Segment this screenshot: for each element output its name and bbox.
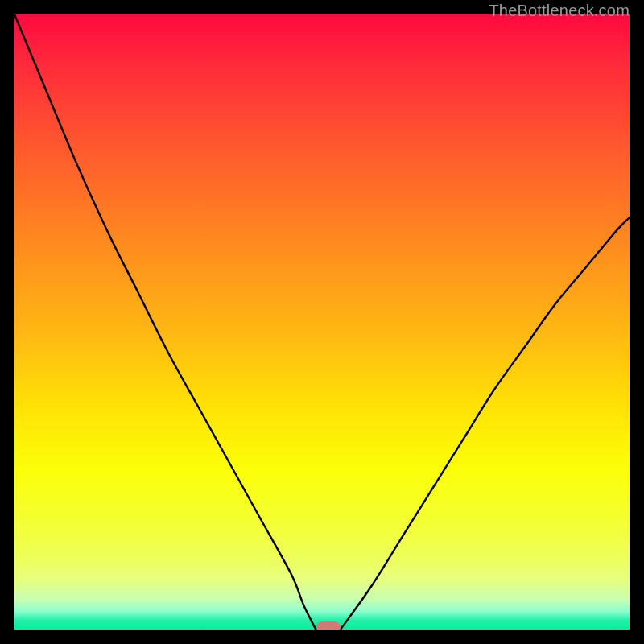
optimal-marker [316, 621, 341, 630]
watermark-text: TheBottleneck.com [489, 2, 630, 20]
plot-area [14, 14, 630, 630]
chart-container: TheBottleneck.com [0, 0, 644, 644]
bottleneck-curve [14, 14, 630, 630]
